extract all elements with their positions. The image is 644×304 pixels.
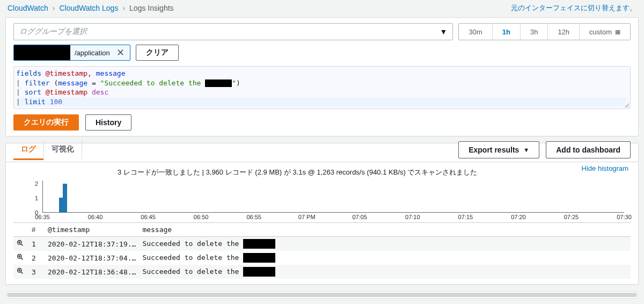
selected-log-group-chip: /application ✕ xyxy=(13,45,130,61)
time-range-12h[interactable]: 12h xyxy=(547,24,579,40)
run-query-button[interactable]: クエリの実行 xyxy=(13,114,79,131)
time-range-1h[interactable]: 1h xyxy=(492,24,520,40)
svg-line-1 xyxy=(21,244,23,245)
breadcrumb-link-cloudwatch[interactable]: CloudWatch xyxy=(8,4,48,12)
log-group-placeholder: ロググループを選択 xyxy=(19,27,87,37)
column-index: # xyxy=(28,223,45,237)
scan-summary: 3 レコードが一致しました | 3,960 レコード (2.9 MB) が 3.… xyxy=(13,164,631,179)
redacted-text xyxy=(243,267,275,277)
redacted-text xyxy=(205,79,232,87)
breadcrumb-current: Logs Insights xyxy=(129,4,174,12)
add-to-dashboard-button[interactable]: Add to dashboard xyxy=(546,141,631,158)
tab-log[interactable]: ログ xyxy=(13,140,44,160)
calendar-icon: ▦ xyxy=(615,28,620,35)
caret-down-icon: ▼ xyxy=(440,27,448,36)
chevron-right-icon: › xyxy=(53,4,55,12)
switch-interface-link[interactable]: 元のインターフェイスに切り替えます。 xyxy=(511,3,636,13)
horizontal-scrollbar[interactable] xyxy=(5,291,639,299)
row-timestamp: 2020-02-12T18:37:04.… xyxy=(45,251,139,265)
caret-down-icon: ▼ xyxy=(523,147,529,153)
redacted-text xyxy=(243,253,275,263)
results-panel: ログ 可視化 Export results▼ Add to dashboard … xyxy=(5,143,639,285)
tab-visualize[interactable]: 可視化 xyxy=(44,140,82,160)
query-editor[interactable]: fields @timestamp, message | filter (mes… xyxy=(13,66,631,109)
close-icon[interactable]: ✕ xyxy=(114,47,127,59)
expand-row-icon[interactable] xyxy=(13,237,28,251)
redacted-text xyxy=(14,45,70,60)
column-timestamp: @timestamp xyxy=(45,223,139,237)
row-index: 2 xyxy=(28,251,45,265)
histogram-chart: 012 06:3506:4006:4506:5006:5507 PM07:050… xyxy=(19,180,625,222)
row-message: Succeeded to delete the xyxy=(139,237,631,251)
export-results-button[interactable]: Export results▼ xyxy=(458,141,539,158)
redacted-text xyxy=(243,239,275,249)
chip-label: /application xyxy=(75,49,110,57)
row-timestamp: 2020-02-12T18:36:48.… xyxy=(45,265,139,279)
row-timestamp: 2020-02-12T18:37:19.… xyxy=(45,237,139,251)
query-panel: ロググループを選択 ▼ 30m 1h 3h 12h custom▦ /appli… xyxy=(5,17,639,136)
table-row[interactable]: 32020-02-12T18:36:48.…Succeeded to delet… xyxy=(13,265,631,279)
clear-button[interactable]: クリア xyxy=(136,45,179,61)
row-message: Succeeded to delete the xyxy=(139,251,631,265)
breadcrumb-link-logs[interactable]: CloudWatch Logs xyxy=(59,4,118,12)
resize-handle-icon[interactable] xyxy=(624,102,629,107)
svg-line-9 xyxy=(21,272,23,273)
table-row[interactable]: 12020-02-12T18:37:19.…Succeeded to delet… xyxy=(13,237,631,251)
time-range-selector: 30m 1h 3h 12h custom▦ xyxy=(458,23,631,40)
breadcrumb: CloudWatch › CloudWatch Logs › Logs Insi… xyxy=(8,4,174,12)
hide-histogram-link[interactable]: Hide histogram xyxy=(582,164,628,172)
time-range-custom[interactable]: custom▦ xyxy=(579,24,630,40)
results-table: # @timestamp message 12020-02-12T18:37:1… xyxy=(13,222,631,279)
expand-row-icon[interactable] xyxy=(13,251,28,265)
time-range-3h[interactable]: 3h xyxy=(520,24,547,40)
row-message: Succeeded to delete the xyxy=(139,265,631,279)
expand-row-icon[interactable] xyxy=(13,265,28,279)
row-index: 3 xyxy=(28,265,45,279)
time-range-30m[interactable]: 30m xyxy=(459,24,492,40)
row-index: 1 xyxy=(28,237,45,251)
column-expand xyxy=(13,223,28,237)
svg-line-5 xyxy=(21,258,23,259)
table-row[interactable]: 22020-02-12T18:37:04.…Succeeded to delet… xyxy=(13,251,631,265)
log-group-selector[interactable]: ロググループを選択 ▼ xyxy=(13,23,453,40)
column-message: message xyxy=(139,223,631,237)
history-button[interactable]: History xyxy=(85,114,131,131)
chevron-right-icon: › xyxy=(122,4,125,12)
